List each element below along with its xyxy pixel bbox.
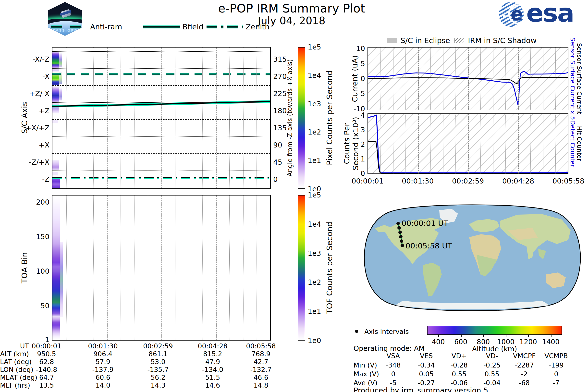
- legend-label-bfield: Bfield: [182, 22, 203, 31]
- voltage-row-label: Min (V): [354, 362, 377, 368]
- current-tick-label: 0: [361, 75, 365, 82]
- grid-line: [120, 48, 121, 188]
- angle-tick-label: 180: [273, 107, 287, 114]
- pixel-colorbar-ticks: 1e51e41e31e21e11e0: [308, 47, 327, 189]
- sector-boundary-line: [52, 153, 270, 154]
- grid-line: [406, 48, 406, 110]
- ephemeris-cell: 51.5: [190, 374, 235, 381]
- grid-line: [256, 48, 257, 188]
- altitude-tick-mark: [551, 335, 552, 337]
- voltage-cell: 0.05: [409, 371, 444, 377]
- grid-line: [93, 48, 94, 188]
- ephemeris-cell: 14.3: [136, 382, 180, 388]
- ephemeris-cell: 00:00:01: [24, 343, 68, 349]
- time-axis-labels: 00:00:0100:01:3000:02:5900:04:2800:05:58: [368, 177, 568, 186]
- colorbar-tick-label: 1e2: [308, 128, 321, 136]
- ephemeris-cell: 00:02:59: [136, 343, 180, 349]
- grid-line: [530, 114, 531, 174]
- voltage-cell: -348: [376, 362, 410, 368]
- grid-line: [556, 114, 556, 174]
- counts-tick-label: 2: [361, 141, 365, 148]
- legend-label-irm-shadow: IRM in S/C Shadow: [468, 36, 536, 45]
- voltage-cell: -0.06: [442, 380, 476, 386]
- colorbar-tick-label: 1e0: [308, 337, 321, 344]
- grid-line: [162, 196, 162, 340]
- grid-line: [380, 114, 381, 174]
- colorbar-tick-label: 1e5: [308, 44, 321, 51]
- voltage-row-label: Ave (V): [354, 380, 378, 386]
- counts-right-label-black: Hit Counter: [576, 126, 583, 161]
- voltage-cell: 0.55: [475, 371, 509, 377]
- grid-line: [80, 196, 80, 340]
- angle-axis-label: Angle from -Z axis (towards +X axis): [286, 59, 294, 177]
- angle-tick-label: 135: [273, 124, 287, 132]
- grid-line: [80, 48, 80, 188]
- grid-line: [518, 114, 519, 174]
- grid-line: [506, 48, 506, 110]
- sector-boundary-line: [52, 102, 270, 103]
- ephemeris-cell: 57.9: [81, 358, 125, 365]
- angle-tick-label: 0: [273, 176, 278, 183]
- grid-line: [530, 48, 531, 110]
- toa-tick-label: 100: [36, 268, 50, 275]
- sc-axis-sector-label: -X/-Z: [32, 56, 50, 63]
- esa-wordmark: esa: [526, 0, 574, 28]
- grid-line: [120, 196, 121, 340]
- grid-line: [380, 48, 381, 110]
- counts-tick-label: 0: [361, 170, 365, 177]
- voltage-cell: -5: [376, 380, 410, 386]
- grid-line: [468, 48, 469, 110]
- grid-line: [162, 48, 162, 188]
- track-end-label: 00:05:58 UT: [406, 241, 452, 250]
- grid-line: [66, 196, 67, 340]
- altitude-tick-mark: [506, 335, 506, 337]
- sc-axis-sector-labels: -X/-Z-X+Z/-X+Z+X/+Z+X-Z/+X-Z: [14, 47, 50, 189]
- sc-axis-plot: [52, 47, 271, 189]
- grid-line: [506, 114, 506, 174]
- grid-line: [456, 48, 456, 110]
- grid-line: [175, 196, 176, 340]
- angle-tick-label: 90: [273, 142, 282, 149]
- sc-axis-sector-label: -Z: [42, 176, 50, 183]
- voltage-row-label: Max (V): [354, 371, 379, 377]
- voltage-col-header: VES: [409, 352, 444, 359]
- grid-line: [430, 114, 431, 174]
- colorbar-tick-label: 1e5: [308, 192, 321, 199]
- colorbar-tick-label: 1e3: [308, 100, 321, 107]
- sector-boundary-line: [52, 51, 270, 52]
- voltage-cell: -2: [507, 371, 542, 377]
- grid-line: [468, 114, 469, 174]
- grid-line: [189, 196, 189, 340]
- counts-ytick-labels: 43210: [340, 114, 365, 174]
- ephemeris-cell: 861.1: [136, 350, 180, 357]
- grid-line: [202, 196, 202, 340]
- grid-line: [493, 114, 494, 174]
- ephemeris-cell: 768.9: [239, 350, 283, 357]
- counts-plot: [368, 114, 568, 174]
- sector-boundary-line: [52, 170, 270, 171]
- grid-line: [406, 114, 406, 174]
- ephemeris-cell: 62.8: [24, 358, 68, 365]
- ephemeris-cell: 00:04:28: [190, 343, 235, 349]
- sc-axis-sector-label: +Z/-X: [29, 90, 50, 97]
- ephemeris-cell: 53.0: [136, 358, 180, 365]
- voltage-cell: 0: [376, 371, 410, 377]
- colorbar-tick-label: 1e4: [308, 72, 321, 79]
- voltage-cell: -0.04: [475, 380, 509, 386]
- grid-line: [393, 48, 394, 110]
- voltage-cell: -68: [507, 380, 542, 386]
- counts-tick-label: 3: [361, 126, 365, 133]
- grid-line: [148, 48, 148, 188]
- grid-line: [229, 48, 230, 188]
- grid-line: [456, 114, 456, 174]
- colorbar-tick-label: 1e3: [308, 250, 321, 257]
- ephemeris-cell: 42.7: [239, 358, 283, 365]
- axis-plot-legend: Anti-ram Bfield Zenith: [0, 22, 294, 31]
- angle-tick-label: 270: [273, 73, 287, 80]
- grid-line: [418, 48, 419, 110]
- colorbar-tick-label: 1e2: [308, 279, 321, 286]
- current-right-label-blue: Sensor Surface Current x 5: [569, 37, 576, 120]
- ephemeris-cell: 47.9: [190, 358, 235, 365]
- angle-tick-label: 315: [273, 56, 287, 63]
- angle-tick-label: 225: [273, 90, 287, 97]
